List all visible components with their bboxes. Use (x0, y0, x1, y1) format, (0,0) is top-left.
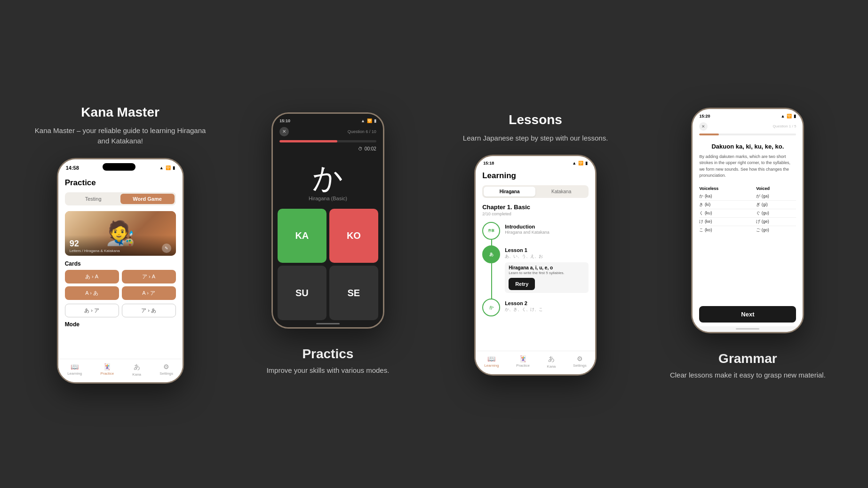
phone4-wifi: 🛜 (787, 114, 792, 118)
lesson-item-1: あ Lesson 1 あ、い、う、え、お Hiragana a, i, u, e… (482, 245, 589, 299)
phone4-signal: ▲ (780, 114, 785, 118)
outline-cards-grid: あ › ア ア › あ (65, 304, 176, 317)
phone4-progress-fill (699, 134, 718, 135)
lesson-list: 序章 Introduction Hiragana and Katakana あ (482, 222, 589, 316)
phone3-signal: ▲ (572, 161, 576, 165)
lesson-circle-2: か (482, 299, 500, 316)
answer-grid: KA KO SU SE (273, 209, 383, 320)
kana-type: Hiragana (Basic) (309, 196, 347, 201)
timer-row: ⏱ 00:02 (273, 144, 383, 153)
answer-su[interactable]: SU (278, 266, 326, 320)
phone1-time: 14:58 (66, 165, 79, 171)
phone3-nav-kana[interactable]: あ Kana (547, 355, 556, 369)
phone3-practice-icon: 🃏 (519, 355, 527, 362)
grammar-table-row: こ (ko)ご (go) (699, 226, 796, 234)
tab-katakana[interactable]: Katakana (535, 187, 587, 197)
phone3-screen: 15:18 ▲ 🛜 ▮ Learning Hiragana Katakana C… (476, 156, 595, 374)
lessons-title: Lessons (509, 112, 562, 127)
phone4-topbar: ✕ Question 1 / 5 (693, 120, 803, 134)
practice-title: Practice (65, 178, 176, 188)
nav-kana[interactable]: あ Kana (132, 363, 141, 377)
phone4-status-icons: ▲ 🛜 ▮ (780, 114, 796, 118)
phone1-bottom-nav: 📖 Learning 🃏 Practice あ Kana ⚙ Settings (58, 359, 183, 382)
phone2-wifi: 🛜 (367, 118, 372, 123)
learning-icon: 📖 (71, 363, 79, 370)
phone4-progress (693, 134, 803, 139)
close-button[interactable]: ✕ (279, 127, 289, 136)
practics-title: Practics (302, 346, 353, 362)
retry-button[interactable]: Retry (509, 278, 535, 290)
grammar-voiceless-cell: け (ke) (699, 217, 756, 226)
lesson-info-2: Lesson 2 か、き、く、け、こ (505, 299, 589, 313)
nav-kana-label: Kana (132, 372, 141, 377)
phone3-battery: ▮ (585, 161, 588, 165)
col-voiced: Voiced (756, 185, 796, 192)
answer-se[interactable]: SE (329, 266, 378, 320)
home-indicator (316, 323, 340, 324)
answer-ka[interactable]: KA (278, 209, 326, 263)
phone-mockup-1: 14:58 ▲ 🛜 ▮ Practice Testing Word Game (57, 158, 184, 384)
phone3-learning-label: Learning (484, 363, 499, 368)
phone3-wifi: 🛜 (578, 161, 583, 165)
phone4-close-button[interactable]: ✕ (699, 122, 708, 131)
phone1-content: Practice Testing Word Game 🧑‍🎨 92 Lette (58, 174, 183, 359)
wifi-icon: 🛜 (166, 165, 171, 170)
nav-settings[interactable]: ⚙ Settings (159, 363, 173, 377)
home-indicator-4 (736, 328, 759, 330)
progress-bar-fill (279, 140, 338, 142)
kana-character: か (312, 163, 343, 193)
nav-learning[interactable]: 📖 Learning (67, 363, 82, 377)
lesson1-sub: あ、い、う、え、お (505, 253, 589, 260)
phone3-status: 15:18 ▲ 🛜 ▮ (476, 156, 595, 167)
lesson-item-2: か Lesson 2 か、き、く、け、こ (482, 299, 589, 316)
edit-icon[interactable]: ✎ (162, 244, 171, 253)
card-subtitle: Letters / Hiragana & Katakana (70, 249, 120, 253)
kana-icon: あ (134, 363, 140, 371)
card-count: 92 (70, 239, 120, 249)
col-voiceless: Voiceless (699, 185, 756, 192)
phone3-nav-learning[interactable]: 📖 Learning (484, 355, 499, 369)
grammar-bottom (693, 326, 803, 332)
cards-label: Cards (65, 260, 176, 267)
practics-below: Practics Improve your skills with variou… (266, 338, 389, 376)
grammar-voiced-cell: ぐ (gu) (756, 209, 796, 217)
phone4-progress-bg (699, 134, 796, 135)
phone3-learning-icon: 📖 (487, 355, 495, 362)
lesson1-title: Lesson 1 (505, 247, 589, 253)
phone4-battery: ▮ (794, 114, 796, 118)
tab-testing[interactable]: Testing (66, 194, 120, 204)
outline-btn-1[interactable]: あ › ア (65, 304, 119, 317)
intro-sub: Hiragana and Katakana (505, 230, 589, 235)
page-container: Kana Master Kana Master – your reliable … (0, 0, 868, 488)
settings-icon: ⚙ (163, 363, 169, 370)
grammar-voiced-cell: げ (ge) (756, 217, 796, 226)
practice-icon: 🃏 (103, 363, 111, 370)
phone2-screen: 15:10 ▲ 🛜 ▮ ✕ Question 6 / 10 (273, 114, 383, 327)
chapter-heading: Chapter 1. Basic (482, 204, 589, 211)
section-kana-master: Kana Master Kana Master – your reliable … (29, 105, 212, 384)
next-button[interactable]: Next (699, 306, 796, 323)
tab-word-game[interactable]: Word Game (120, 194, 175, 204)
card-btn-3[interactable]: A › あ (65, 286, 119, 300)
lesson-circle-intro: 序章 (482, 222, 500, 240)
card-btn-1[interactable]: あ › A (65, 270, 119, 283)
section-grammar: 15:20 ▲ 🛜 ▮ ✕ Question 1 / 5 (656, 108, 839, 381)
card-btn-4[interactable]: A › ア (122, 286, 176, 300)
outline-btn-2[interactable]: ア › あ (122, 304, 176, 317)
phone3-status-icons: ▲ 🛜 ▮ (572, 161, 588, 165)
answer-ko[interactable]: KO (329, 209, 378, 263)
phone3-nav-practice[interactable]: 🃏 Practice (516, 355, 530, 369)
tab-hiragana[interactable]: Hiragana (484, 187, 535, 197)
chapter-sub: 2/10 completed (482, 212, 589, 216)
card-btn-2[interactable]: ア › A (122, 270, 176, 283)
grammar-section-desc: Clear lessons make it easy to grasp new … (670, 370, 826, 381)
lessons-desc: Learn Japanese step by step with our les… (463, 133, 608, 144)
timer-icon: ⏱ (358, 146, 363, 151)
phone3-settings-label: Settings (573, 363, 587, 368)
grammar-content: Dakuon ka, ki, ku, ke, ko. By adding dak… (693, 139, 803, 302)
lesson1-extra-desc: Learn to write the first 5 syllables. (509, 271, 585, 275)
nav-practice[interactable]: 🃏 Practice (100, 363, 114, 377)
tab-group-1: Testing Word Game (65, 192, 176, 205)
phone3-nav-settings[interactable]: ⚙ Settings (573, 355, 587, 369)
question-counter: Question 6 / 10 (348, 129, 376, 134)
